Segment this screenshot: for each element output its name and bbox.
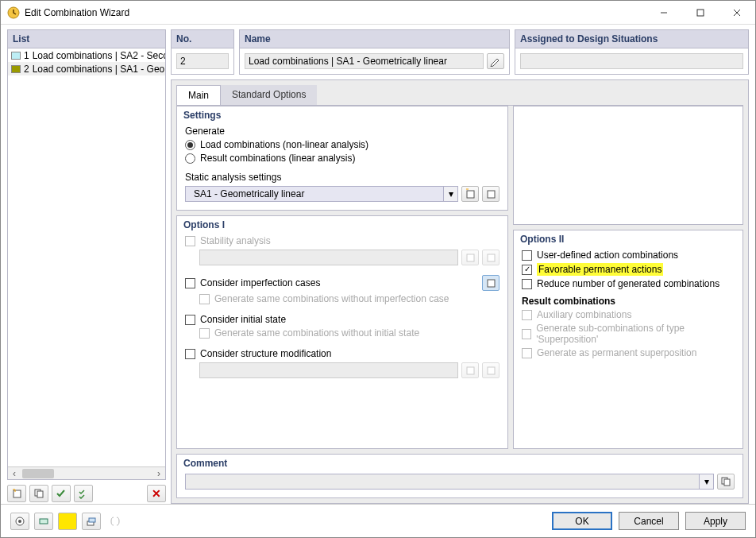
apply-button[interactable]: Apply	[685, 512, 746, 530]
tab-standard-options[interactable]: Standard Options	[221, 85, 317, 105]
svg-rect-16	[724, 479, 730, 486]
structmod-checkbox[interactable]: Consider structure modification	[185, 348, 499, 359]
ok-button[interactable]: OK	[552, 512, 612, 530]
radio-icon	[185, 140, 195, 150]
comment-combo[interactable]: ▾	[185, 474, 714, 490]
initialstate-sub-checkbox: Generate same combinations without initi…	[199, 327, 499, 339]
svg-rect-2	[697, 10, 704, 16]
checkbox-label: Generate sub-combinations of type 'Super…	[536, 323, 735, 345]
gensub-checkbox: Generate sub-combinations of type 'Super…	[522, 323, 735, 345]
name-label: Name	[239, 29, 510, 48]
edit-structmod-button	[482, 362, 499, 378]
name-input[interactable]	[245, 53, 484, 69]
window-title: Edit Combination Wizard	[25, 7, 646, 18]
units-button[interactable]	[34, 513, 53, 530]
tab-main[interactable]: Main	[176, 85, 221, 106]
checkbox-icon	[185, 315, 195, 325]
window: Edit Combination Wizard List 1 Load comb…	[0, 0, 756, 538]
static-analysis-combo[interactable]: SA1 - Geometrically linear ▾	[185, 186, 458, 202]
assigned-input[interactable]	[520, 53, 743, 69]
edit-static-button[interactable]	[482, 186, 499, 202]
checkbox-icon	[522, 329, 531, 339]
svg-rect-11	[488, 254, 495, 261]
check-button[interactable]	[52, 485, 71, 502]
svg-point-18	[18, 520, 21, 523]
svg-rect-9	[488, 191, 495, 198]
result-combinations-heading: Result combinations	[522, 296, 735, 307]
options1-title: Options I	[183, 219, 499, 230]
reduce-checkbox[interactable]: Reduce number of generated combinations	[522, 278, 735, 289]
close-button[interactable]	[719, 1, 755, 25]
scroll-right-arrow[interactable]: ›	[152, 467, 165, 480]
stability-input	[199, 250, 458, 265]
userdef-checkbox[interactable]: User-defined action combinations	[522, 250, 735, 261]
edit-name-button[interactable]	[487, 53, 504, 69]
imperfection-checkbox[interactable]: Consider imperfection cases	[185, 275, 499, 291]
new-static-button[interactable]	[461, 186, 479, 202]
checkbox-label: Favorable permanent actions	[537, 263, 663, 276]
sidebar: List 1 Load combinations | SA2 - Secon 2…	[7, 29, 166, 504]
scroll-left-arrow[interactable]: ‹	[8, 467, 21, 480]
list-box[interactable]: 1 Load combinations | SA2 - Secon 2 Load…	[7, 48, 166, 480]
generate-nonlinear-radio[interactable]: Load combinations (non-linear analysis)	[185, 139, 499, 150]
genperm-checkbox: Generate as permanent superposition	[522, 347, 735, 358]
help-button[interactable]	[10, 513, 29, 530]
new-stability-button	[461, 250, 479, 265]
chevron-down-icon[interactable]: ▾	[700, 474, 714, 490]
comment-button[interactable]	[717, 474, 735, 490]
checkbox-label: Generate as permanent superposition	[537, 347, 696, 358]
list-item[interactable]: 2 Load combinations | SA1 - Geom	[8, 62, 165, 75]
checkbox-label: Generate same combinations without imper…	[214, 293, 449, 304]
comment-group: Comment ▾	[176, 454, 743, 498]
imperfection-settings-button[interactable]	[482, 275, 499, 291]
checkbox-icon	[199, 328, 210, 339]
color-button[interactable]	[58, 513, 77, 530]
header-fields: No. Name Assigned to Design Situations	[171, 29, 749, 75]
list-item-label: Load combinations | SA2 - Secon	[33, 50, 166, 61]
options2-group: Options II User-defined action combinati…	[513, 230, 743, 449]
checkbox-label: User-defined action combinations	[537, 250, 678, 261]
layers-button[interactable]	[82, 513, 101, 530]
combo-value: SA1 - Geometrically linear	[194, 188, 304, 199]
script-button[interactable]	[106, 513, 125, 530]
edit-stability-button	[482, 250, 499, 265]
generate-linear-radio[interactable]: Result combinations (linear analysis)	[185, 153, 499, 164]
svg-rect-5	[14, 490, 21, 497]
imperfection-sub-checkbox: Generate same combinations without imper…	[199, 293, 499, 304]
app-icon	[7, 6, 20, 19]
chevron-down-icon[interactable]: ▾	[444, 186, 458, 202]
copy-button[interactable]	[29, 485, 48, 502]
no-label: No.	[171, 29, 234, 48]
checkbox-label: Consider structure modification	[200, 348, 331, 359]
svg-rect-7	[37, 491, 43, 497]
favorable-checkbox[interactable]: Favorable permanent actions	[522, 263, 735, 276]
checkbox-icon	[522, 279, 532, 289]
no-input[interactable]	[176, 53, 229, 69]
generate-label: Generate	[185, 126, 499, 137]
cancel-button[interactable]: Cancel	[619, 512, 679, 530]
no-field: No.	[171, 29, 234, 75]
checkbox-label: Stability analysis	[200, 235, 271, 246]
new-button[interactable]	[7, 485, 26, 502]
check-multi-button[interactable]	[74, 485, 93, 502]
delete-button[interactable]: ✕	[147, 485, 166, 502]
checkbox-icon	[522, 265, 532, 275]
content: List 1 Load combinations | SA2 - Secon 2…	[1, 25, 755, 504]
new-structmod-button	[461, 362, 479, 378]
titlebar: Edit Combination Wizard	[1, 1, 755, 25]
list-toolbar: ✕	[7, 483, 166, 504]
initialstate-checkbox[interactable]: Consider initial state	[185, 314, 499, 325]
minimize-button[interactable]	[646, 1, 682, 25]
checkbox-icon	[199, 294, 210, 304]
svg-rect-21	[89, 518, 95, 522]
svg-rect-13	[467, 367, 474, 374]
bottom-bar: OK Cancel Apply	[1, 504, 755, 537]
scroll-thumb[interactable]	[22, 469, 54, 478]
checkbox-label: Generate same combinations without initi…	[214, 327, 419, 339]
structmod-input	[199, 362, 458, 378]
maximize-button[interactable]	[682, 1, 719, 25]
horizontal-scrollbar[interactable]: ‹ ›	[8, 466, 165, 479]
list-item[interactable]: 1 Load combinations | SA2 - Secon	[8, 48, 165, 62]
settings-title: Settings	[183, 110, 499, 121]
assigned-field: Assigned to Design Situations	[515, 29, 749, 75]
